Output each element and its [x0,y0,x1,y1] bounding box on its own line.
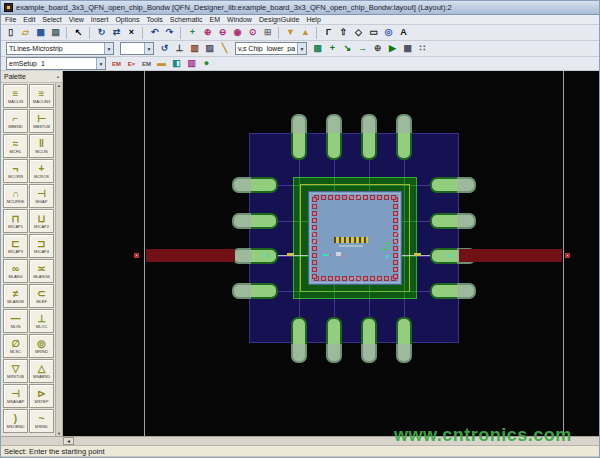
pin-marker-icon[interactable]: × [262,251,271,260]
palette-item-mbend[interactable]: ⌐MBEND [3,109,28,133]
view-3d-icon[interactable]: ◧ [170,57,183,70]
palette-item-mlang8[interactable]: ≠MLANG8 [3,284,28,308]
grid-snap-icon[interactable]: ∷ [416,42,429,55]
area-pins-icon[interactable]: ▦ [401,42,414,55]
palette-item-mlang6[interactable]: ≍MLANG6 [29,259,54,283]
layer-fill-icon[interactable]: ▩ [311,42,324,55]
pop-hierarchy-icon[interactable]: ▲ [299,26,312,39]
palette-item-mloc[interactable]: ⊥MLOC [29,309,54,333]
palette-item-maclin3[interactable]: ≡MACLIN3 [29,84,54,108]
menu-designguide[interactable]: DesignGuide [259,16,299,23]
insert-polygon-icon[interactable]: ◇ [352,26,365,39]
em-visualization-icon[interactable]: ▥ [185,57,198,70]
menu-tools[interactable]: Tools [147,16,163,23]
insert-bondwire-icon[interactable]: ↘ [341,42,354,55]
palette-item-msobnd[interactable]: )MSOBND [3,409,28,433]
move-icon[interactable]: + [186,26,199,39]
palette-item-mlin[interactable]: —MLIN [3,309,28,333]
die-bondpad[interactable] [312,225,317,230]
die-bondpad[interactable] [393,246,398,251]
insert-port-icon[interactable]: ⇧ [337,26,350,39]
mirror-icon[interactable]: ⇄ [110,26,123,39]
app-icon[interactable] [4,3,13,12]
die-bondpad[interactable] [342,276,347,281]
layer-stack-icon[interactable]: ▨ [203,42,216,55]
layer-select[interactable]: v,s Chip_lower_pa ▼ [235,42,307,55]
palette-item-mcurve[interactable]: ∩MCURVE [3,184,28,208]
palette-item-mclin[interactable]: ‖MCLIN [29,134,54,158]
die-bondpad[interactable] [377,195,382,200]
insert-trace-icon[interactable]: → [356,42,369,55]
menu-insert[interactable]: Insert [91,16,109,23]
die-bondpad[interactable] [335,195,340,200]
palette-item-mrind[interactable]: ◎MRIND [29,334,54,358]
pin-marker-icon[interactable]: × [445,251,454,260]
die-bondpad[interactable] [312,246,317,251]
delete-icon[interactable]: × [125,26,138,39]
pointer-icon[interactable]: ↖ [72,26,85,39]
die-bondpad[interactable] [363,195,368,200]
zoom-full-icon[interactable]: ⊙ [246,26,259,39]
menu-view[interactable]: View [69,16,84,23]
undo-icon[interactable]: ↶ [148,26,161,39]
die-bondpad[interactable] [393,260,398,265]
die-bondpad[interactable] [328,276,333,281]
die-bondpad[interactable] [384,276,389,281]
die-bondpad[interactable] [342,195,347,200]
zoom-in-icon[interactable]: ⊕ [201,26,214,39]
die-bondpad[interactable] [393,274,398,279]
palette-item-maclin[interactable]: ≡MACLIN [3,84,28,108]
insert-path-icon[interactable]: Γ [322,26,335,39]
die-bondpad[interactable] [391,195,396,200]
menu-file[interactable]: File [5,16,16,23]
palette-item-mcorn[interactable]: ¬MCORN [3,159,28,183]
port-marker[interactable] [565,253,570,258]
palette-item-mlang[interactable]: ∞MLANG [3,259,28,283]
die-bondpad[interactable] [321,195,326,200]
palette-item-micap1[interactable]: ⊓MICAP1 [3,209,28,233]
die-bondpad[interactable] [393,253,398,258]
em-setup-icon[interactable]: EM [110,57,123,70]
palette-scrollbar[interactable]: ▲ ▼ [55,83,62,436]
die-bondpad[interactable] [312,274,317,279]
ground-icon[interactable]: ⊥ [173,42,186,55]
menu-schematic[interactable]: Schematic [170,16,203,23]
insert-rectangle-icon[interactable]: ▭ [367,26,380,39]
die-bondpad[interactable] [384,195,389,200]
die-bondpad[interactable] [328,195,333,200]
die-bondpad[interactable] [321,276,326,281]
die-bondpad[interactable] [393,225,398,230]
die-bondpad[interactable] [312,267,317,272]
on-die-component[interactable] [334,237,368,243]
substrate-icon[interactable]: ▬ [155,57,168,70]
palette-item-msind[interactable]: ~MSIND [29,409,54,433]
die-bondpad[interactable] [393,204,398,209]
die-bondpad[interactable] [370,276,375,281]
palette-item-micap2[interactable]: ⊔MICAP2 [29,209,54,233]
rotate-ccw-icon[interactable]: ↺ [158,42,171,55]
palette-item-msabnd[interactable]: △MSABND [29,359,54,383]
view-all-icon[interactable]: ⊞ [261,26,274,39]
palette-item-mcfil[interactable]: ≈MCFIL [3,134,28,158]
draw-pen-icon[interactable]: ╲ [218,42,231,55]
palette-item-mgap[interactable]: ⊣MGAP [29,184,54,208]
redo-icon[interactable]: ↷ [163,26,176,39]
palette-item-mrstub[interactable]: ▽MRSTUB [3,359,28,383]
library-browser-icon[interactable]: ▥ [188,42,201,55]
microstrip-feed-left[interactable] [146,249,235,262]
palette-item-mstep[interactable]: ⊳MSTEP [29,384,54,408]
insert-text-icon[interactable]: A [397,26,410,39]
em-stop-icon[interactable]: E× [125,57,138,70]
rotate-icon[interactable]: ↻ [95,26,108,39]
save-icon[interactable]: ▦ [34,26,47,39]
microstrip-feed-right[interactable] [459,249,562,262]
open-folder-icon[interactable]: ▱ [19,26,32,39]
pin-icon[interactable]: ▪ [57,74,59,80]
momentum-icon[interactable]: ● [200,57,213,70]
zoom-area-icon[interactable]: ◉ [231,26,244,39]
die-bondpad[interactable] [335,276,340,281]
component-palette-select[interactable]: TLines-Microstrip ▼ [6,42,114,55]
die-bondpad[interactable] [393,267,398,272]
die-bondpad[interactable] [393,211,398,216]
menu-help[interactable]: Help [306,16,320,23]
